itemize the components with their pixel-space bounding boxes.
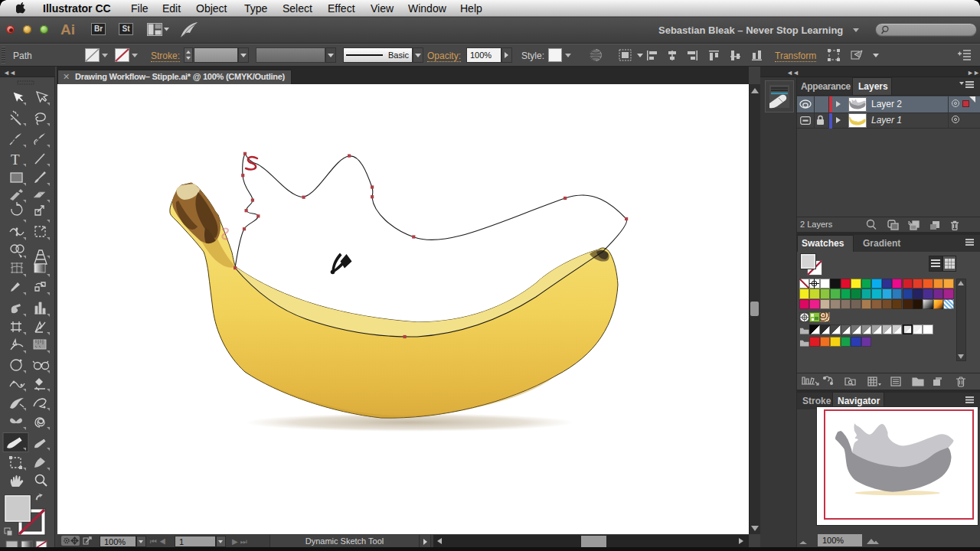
svg-text:T: T: [11, 152, 20, 168]
